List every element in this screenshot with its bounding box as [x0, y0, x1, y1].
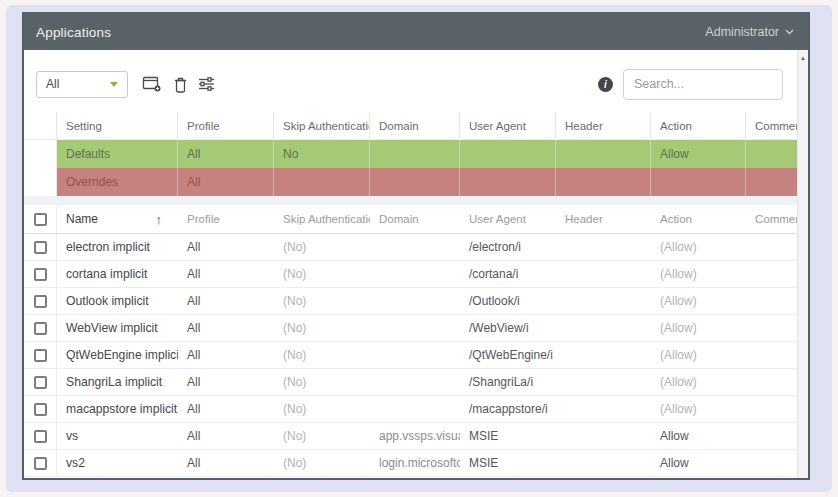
- cell-name: Outlook implicit: [57, 288, 178, 314]
- table-row[interactable]: WebView implicitAll(No)/WebView/i(Allow): [24, 315, 797, 342]
- sort-ascending-icon: ↑: [156, 212, 163, 227]
- cell-skip-authentication: (No): [274, 369, 370, 395]
- column-header-skip-authentication[interactable]: Skip Authentication: [274, 205, 370, 233]
- row-checkbox[interactable]: [34, 241, 47, 254]
- page-title: Applications: [36, 25, 111, 40]
- cell-skip-authentication: (No): [274, 396, 370, 422]
- user-menu-label: Administrator: [705, 25, 779, 39]
- column-header-user-agent: User Agent: [460, 112, 556, 140]
- chevron-down-icon: [785, 29, 794, 35]
- cell-name: WebView implicit: [57, 315, 178, 341]
- table-row[interactable]: Outlook implicitAll(No)/Outlook/i(Allow): [24, 288, 797, 315]
- cell-setting: Overrides: [57, 168, 178, 196]
- row-checkbox[interactable]: [34, 295, 47, 308]
- column-header-profile: Profile: [178, 112, 274, 140]
- applications-table: Name↑ProfileSkip AuthenticationDomainUse…: [24, 205, 797, 477]
- profile-filter-dropdown[interactable]: All: [36, 71, 128, 98]
- cell-profile: All: [178, 168, 274, 196]
- cell-action: [651, 168, 746, 196]
- column-header-header: Header: [556, 112, 651, 140]
- cell-user-agent: /electron/i: [460, 234, 556, 260]
- cell-user-agent: MSIE: [460, 450, 556, 476]
- cell-action: (Allow): [651, 396, 746, 422]
- column-header-comment[interactable]: Comment: [746, 205, 797, 233]
- column-header-action[interactable]: Action: [651, 205, 746, 233]
- add-application-button[interactable]: [142, 75, 163, 94]
- cell-name: QtWebEngine implicit: [57, 342, 178, 368]
- cell-header: [556, 396, 651, 422]
- cell-comment: [746, 168, 797, 196]
- applications-table-body: electron implicitAll(No)/electron/i(Allo…: [24, 234, 797, 477]
- cell-skip-authentication: (No): [274, 288, 370, 314]
- cell-profile: All: [178, 342, 274, 368]
- row-checkbox-cell: [24, 450, 57, 476]
- user-menu[interactable]: Administrator: [705, 25, 794, 39]
- filter-settings-button[interactable]: [198, 76, 215, 92]
- table-row[interactable]: vsAll(No)app.vssps.visualst...MSIEAllow: [24, 423, 797, 450]
- cell-comment: [746, 450, 797, 476]
- select-all-checkbox[interactable]: [34, 213, 47, 226]
- table-row[interactable]: ShangriLa implicitAll(No)/ShangriLa/i(Al…: [24, 369, 797, 396]
- row-checkbox-cell: [24, 369, 57, 395]
- cell-domain: app.vssps.visualst...: [370, 423, 460, 449]
- cell-header: [556, 450, 651, 476]
- table-row[interactable]: macappstore implicitAll(No)/macappstore/…: [24, 396, 797, 423]
- cell-profile: All: [178, 234, 274, 260]
- cell-skip-authentication: (No): [274, 423, 370, 449]
- cell-user-agent: [460, 140, 556, 168]
- cell-domain: [370, 315, 460, 341]
- cell-header: [556, 288, 651, 314]
- table-row[interactable]: QtWebEngine implicitAll(No)/QtWebEngine/…: [24, 342, 797, 369]
- defaults-row[interactable]: DefaultsAllNoAllow: [24, 140, 797, 168]
- row-checkbox[interactable]: [34, 457, 47, 470]
- cell-action: (Allow): [651, 315, 746, 341]
- row-checkbox[interactable]: [34, 376, 47, 389]
- search-input[interactable]: [623, 69, 783, 100]
- trash-icon: [174, 76, 187, 93]
- row-checkbox[interactable]: [34, 403, 47, 416]
- cell-comment: [746, 423, 797, 449]
- cell-domain: [370, 234, 460, 260]
- delete-button[interactable]: [174, 76, 187, 93]
- scroll-up-arrow[interactable]: ▲: [800, 55, 806, 61]
- overrides-row[interactable]: OverridesAll: [24, 168, 797, 196]
- cell-comment: [746, 140, 797, 168]
- table-row[interactable]: cortana implicitAll(No)/cortana/i(Allow): [24, 261, 797, 288]
- column-header-name[interactable]: Name↑: [57, 205, 178, 233]
- info-icon[interactable]: i: [598, 77, 613, 92]
- row-checkbox[interactable]: [34, 322, 47, 335]
- cell-header: [556, 234, 651, 260]
- cell-comment: [746, 288, 797, 314]
- row-checkbox-cell: [24, 261, 57, 287]
- row-checkbox[interactable]: [34, 430, 47, 443]
- settings-table-body: DefaultsAllNoAllowOverridesAll: [24, 140, 797, 196]
- cell-skip-authentication: No: [274, 140, 370, 168]
- column-header-header[interactable]: Header: [556, 205, 651, 233]
- cell-header: [556, 369, 651, 395]
- cell-profile: All: [178, 369, 274, 395]
- cell-profile: All: [178, 261, 274, 287]
- cell-comment: [746, 342, 797, 368]
- column-header-profile[interactable]: Profile: [178, 205, 274, 233]
- cell-header: [556, 140, 651, 168]
- column-header-setting: Setting: [57, 112, 178, 140]
- cell-skip-authentication: (No): [274, 450, 370, 476]
- table-row[interactable]: vs2All(No)login.microsoftonl...MSIEAllow: [24, 450, 797, 477]
- cell-action: (Allow): [651, 369, 746, 395]
- vertical-scrollbar[interactable]: ▲: [797, 50, 808, 478]
- row-checkbox[interactable]: [34, 268, 47, 281]
- column-header-domain[interactable]: Domain: [370, 205, 460, 233]
- cell-user-agent: /QtWebEngine/i: [460, 342, 556, 368]
- cell-comment: [746, 234, 797, 260]
- cell-domain: [370, 288, 460, 314]
- sliders-icon: [198, 76, 215, 92]
- cell-name: vs: [57, 423, 178, 449]
- cell-user-agent: /macappstore/i: [460, 396, 556, 422]
- table-row[interactable]: electron implicitAll(No)/electron/i(Allo…: [24, 234, 797, 261]
- profile-filter-value: All: [46, 77, 59, 91]
- cell-name: macappstore implicit: [57, 396, 178, 422]
- cell-comment: [746, 369, 797, 395]
- cell-domain: [370, 369, 460, 395]
- column-header-user-agent[interactable]: User Agent: [460, 205, 556, 233]
- row-checkbox[interactable]: [34, 349, 47, 362]
